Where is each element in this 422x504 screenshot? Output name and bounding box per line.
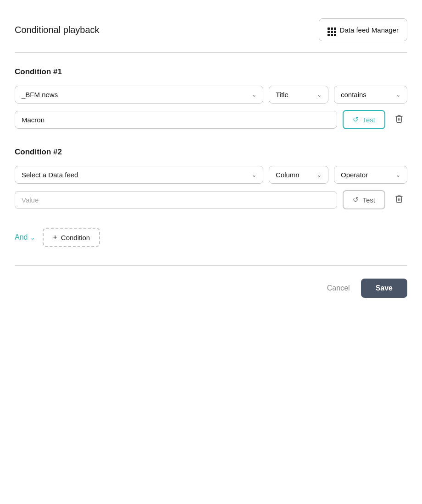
condition-1-dropdowns-row: _BFM news ⌄ Title ⌄ contains ⌄ (15, 86, 407, 104)
add-condition-button[interactable]: + Condition (43, 228, 100, 247)
footer-actions: Cancel Save (15, 279, 407, 298)
condition-1-operator-value: contains (341, 91, 366, 99)
condition-2-operator-dropdown[interactable]: Operator ⌄ (334, 166, 407, 184)
condition-2-feed-dropdown[interactable]: Select a Data feed ⌄ (15, 166, 263, 184)
refresh-icon: ↺ (353, 115, 359, 124)
page-header: Conditional playback Data feed Manager (15, 18, 407, 41)
chevron-down-icon: ⌄ (396, 172, 400, 178)
and-label: And (15, 233, 28, 241)
refresh-icon: ↺ (353, 196, 359, 204)
chevron-down-icon: ⌄ (396, 92, 400, 98)
and-condition-row: And ⌄ + Condition (15, 228, 407, 247)
plus-icon: + (53, 233, 57, 241)
chevron-down-icon: ⌄ (30, 234, 35, 241)
condition-2-column-dropdown[interactable]: Column ⌄ (269, 166, 328, 184)
condition-1-value-row: ↺ Test (15, 110, 407, 129)
data-feed-manager-button[interactable]: Data feed Manager (319, 18, 407, 41)
condition-1-column-value: Title (276, 91, 289, 99)
trash-icon (394, 196, 404, 205)
condition-2-value-row: ↺ Test (15, 190, 407, 209)
header-divider (15, 52, 407, 53)
condition-2-test-button[interactable]: ↺ Test (343, 190, 385, 209)
condition-1-title: Condition #1 (15, 67, 407, 77)
save-button[interactable]: Save (361, 279, 407, 298)
condition-1-feed-dropdown[interactable]: _BFM news ⌄ (15, 86, 263, 104)
page-title: Conditional playback (15, 25, 100, 35)
trash-icon (394, 116, 404, 125)
condition-2-title: Condition #2 (15, 148, 407, 157)
cancel-button[interactable]: Cancel (327, 284, 350, 292)
condition-2-operator-placeholder: Operator (341, 171, 368, 179)
condition-2-column-placeholder: Column (276, 171, 300, 179)
condition-1-block: Condition #1 _BFM news ⌄ Title ⌄ contain… (15, 67, 407, 129)
footer-divider (15, 265, 407, 266)
condition-2-test-label: Test (362, 196, 375, 204)
condition-1-delete-button[interactable] (391, 110, 407, 129)
condition-1-operator-dropdown[interactable]: contains ⌄ (334, 86, 407, 104)
grid-icon (328, 23, 336, 36)
condition-1-value-input[interactable] (15, 111, 337, 129)
add-condition-label: Condition (61, 234, 90, 241)
chevron-down-icon: ⌄ (317, 172, 322, 178)
condition-1-feed-value: _BFM news (22, 91, 58, 99)
and-button[interactable]: And ⌄ (15, 233, 35, 241)
condition-2-feed-placeholder: Select a Data feed (22, 171, 78, 179)
chevron-down-icon: ⌄ (252, 92, 256, 98)
condition-1-test-label: Test (362, 116, 375, 124)
condition-2-dropdowns-row: Select a Data feed ⌄ Column ⌄ Operator ⌄ (15, 166, 407, 184)
condition-1-test-button[interactable]: ↺ Test (343, 110, 385, 129)
condition-2-delete-button[interactable] (391, 191, 407, 209)
chevron-down-icon: ⌄ (317, 92, 322, 98)
condition-2-value-input[interactable] (15, 191, 337, 209)
data-feed-manager-label: Data feed Manager (340, 26, 399, 34)
condition-1-column-dropdown[interactable]: Title ⌄ (269, 86, 328, 104)
condition-2-block: Condition #2 Select a Data feed ⌄ Column… (15, 148, 407, 209)
chevron-down-icon: ⌄ (252, 172, 256, 178)
